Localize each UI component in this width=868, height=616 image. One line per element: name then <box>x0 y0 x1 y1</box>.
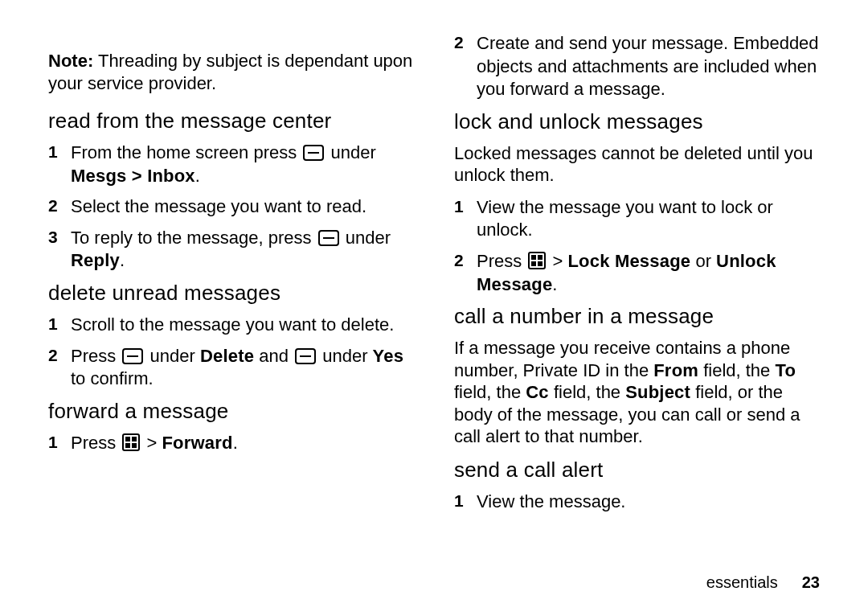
footer-page-number: 23 <box>802 573 820 592</box>
step: 1 View the message you want to lock or u… <box>454 196 820 242</box>
menu-icon <box>122 433 140 451</box>
steps-lock: 1 View the message you want to lock or u… <box>454 196 820 296</box>
menu-icon <box>528 252 546 269</box>
step-body: Select the message you want to read. <box>71 195 366 219</box>
step-number: 1 <box>454 491 477 511</box>
page-footer: essentials 23 <box>48 573 820 592</box>
two-column-layout: Note: Threading by subject is dependant … <box>48 32 820 569</box>
step-body: View the message. <box>477 491 625 514</box>
step: 1 View the message. <box>454 491 820 514</box>
heading-forward: forward a message <box>48 399 414 424</box>
step-body: Press under Delete and under Yes to conf… <box>71 345 414 391</box>
step-body: From the home screen press under Mesgs >… <box>71 142 414 187</box>
call-number-intro: If a message you receive contains a phon… <box>454 337 820 448</box>
step-body: Press > Lock Message or Unlock Message. <box>477 250 820 296</box>
step-number: 1 <box>48 433 71 452</box>
step-number: 2 <box>48 196 71 216</box>
step: 1 From the home screen press under Mesgs… <box>48 142 414 187</box>
softkey-icon <box>303 145 324 161</box>
step: 2 Press under Delete and under Yes to co… <box>48 345 414 391</box>
note-paragraph: Note: Threading by subject is dependant … <box>48 50 414 94</box>
step: 2 Select the message you want to read. <box>48 195 414 219</box>
step: 2 Press > Lock Message or Unlock Message… <box>454 250 820 296</box>
step: 1 Scroll to the message you want to dele… <box>48 314 414 337</box>
steps-send-alert: 1 View the message. <box>454 491 820 514</box>
right-column: 2 Create and send your message. Embedded… <box>454 32 820 569</box>
note-label: Note: <box>48 51 93 71</box>
heading-send-alert: send a call alert <box>454 458 820 483</box>
step-number: 2 <box>454 251 477 270</box>
note-text: Threading by subject is dependant upon y… <box>48 51 412 93</box>
left-column: Note: Threading by subject is dependant … <box>48 32 414 569</box>
step-number: 3 <box>48 228 71 247</box>
footer-section-label: essentials <box>706 573 778 592</box>
heading-delete-unread: delete unread messages <box>48 281 414 306</box>
softkey-icon <box>318 230 339 246</box>
step-body: View the message you want to lock or unl… <box>477 196 820 242</box>
steps-forward-right: 2 Create and send your message. Embedded… <box>454 32 820 101</box>
step-body: Press > Forward. <box>71 432 238 455</box>
heading-call-number: call a number in a message <box>454 304 820 329</box>
step-number: 1 <box>454 197 477 216</box>
step-body: Scroll to the message you want to delete… <box>71 314 394 337</box>
step-number: 1 <box>48 314 71 334</box>
steps-delete-unread: 1 Scroll to the message you want to dele… <box>48 314 414 391</box>
lock-intro: Locked messages cannot be deleted until … <box>454 142 820 187</box>
step: 2 Create and send your message. Embedded… <box>454 32 820 101</box>
steps-read-center: 1 From the home screen press under Mesgs… <box>48 142 414 273</box>
step-body: Create and send your message. Embedded o… <box>477 32 820 101</box>
heading-read-center: read from the message center <box>48 109 414 133</box>
steps-forward-left: 1 Press > Forward. <box>48 432 414 455</box>
step-body: To reply to the message, press under Rep… <box>71 227 414 273</box>
step-number: 1 <box>48 142 71 162</box>
manual-page: Note: Threading by subject is dependant … <box>0 0 868 616</box>
softkey-icon <box>122 348 143 364</box>
step: 1 Press > Forward. <box>48 432 414 455</box>
step: 3 To reply to the message, press under R… <box>48 227 414 273</box>
step-number: 2 <box>48 346 71 365</box>
softkey-icon <box>295 348 316 364</box>
heading-lock: lock and unlock messages <box>454 109 820 134</box>
step-number: 2 <box>454 33 477 52</box>
